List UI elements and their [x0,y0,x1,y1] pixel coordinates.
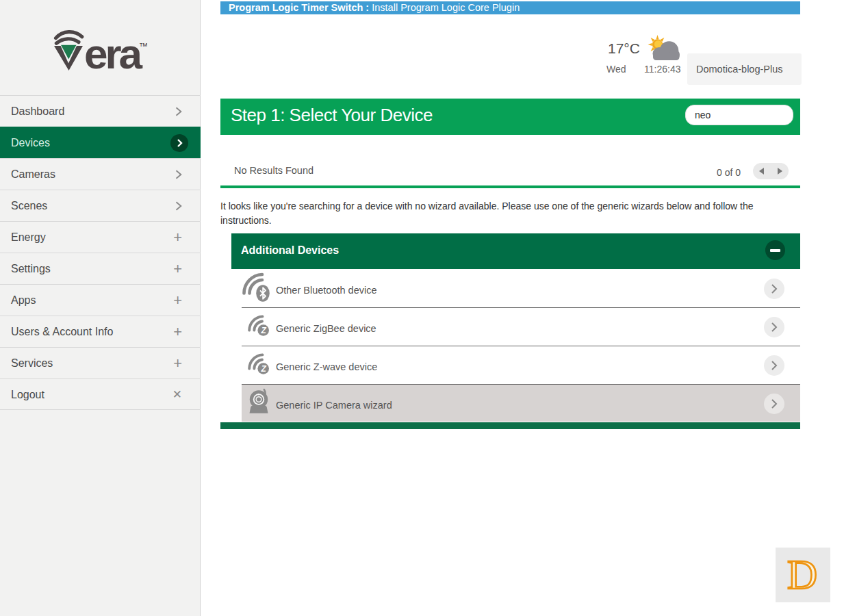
svg-text:era: era [84,30,143,77]
svg-text:™: ™ [139,41,148,51]
svg-text:Z: Z [261,364,267,374]
svg-text:Z: Z [261,326,267,335]
